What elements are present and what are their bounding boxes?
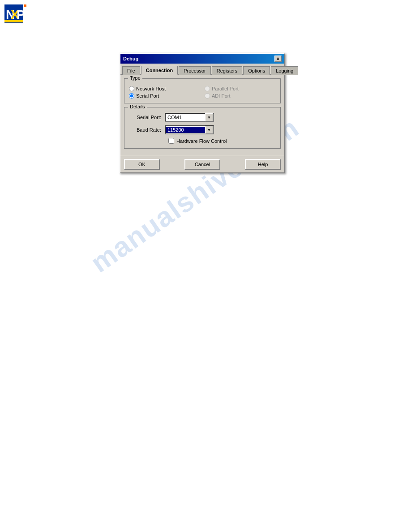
network-host-radio[interactable] (129, 86, 134, 91)
tab-bar: File Connection Processor Registers Opti… (120, 64, 284, 75)
type-group-label: Type (128, 75, 142, 81)
serial-port-radio[interactable] (129, 93, 134, 99)
serial-port-dropdown[interactable]: COM1 ▼ (165, 113, 214, 122)
adi-port-option: ADI Port (205, 93, 276, 99)
nxp-logo: N X P (4, 4, 34, 23)
adi-port-radio (205, 93, 210, 99)
close-button[interactable]: × (274, 56, 282, 62)
network-host-option: Network Host (129, 86, 200, 91)
type-group-box: Type Network Host Parallel Port Serial P… (124, 78, 281, 103)
serial-port-value: COM1 (166, 114, 205, 120)
ok-button[interactable]: OK (124, 159, 160, 170)
svg-text:P: P (17, 8, 25, 21)
baud-rate-value: 115200 (166, 127, 205, 133)
details-group-label: Details (128, 104, 147, 109)
serial-port-field-label: Serial Port: (129, 115, 165, 120)
hw-flow-row: Hardware Flow Control (168, 138, 276, 144)
hw-flow-checkbox[interactable] (168, 138, 174, 144)
button-bar: OK Cancel Help (120, 156, 284, 172)
tab-logging[interactable]: Logging (271, 66, 298, 75)
serial-port-dropdown-btn[interactable]: ▼ (205, 113, 213, 121)
baud-rate-field-label: Baud Rate: (129, 127, 165, 133)
tab-file[interactable]: File (122, 66, 140, 75)
parallel-port-option: Parallel Port (205, 86, 276, 91)
hw-flow-label: Hardware Flow Control (176, 138, 227, 144)
svg-rect-5 (24, 4, 26, 7)
serial-port-option: Serial Port (129, 93, 200, 99)
cancel-button[interactable]: Cancel (184, 159, 220, 170)
tab-processor[interactable]: Processor (179, 66, 211, 75)
tab-options[interactable]: Options (243, 66, 270, 75)
network-host-label: Network Host (136, 86, 166, 91)
parallel-port-label: Parallel Port (212, 86, 239, 91)
details-group-box: Details Serial Port: COM1 ▼ Baud Rate: 1… (124, 107, 281, 149)
tab-registers[interactable]: Registers (212, 66, 242, 75)
serial-port-label: Serial Port (136, 93, 159, 99)
baud-rate-row: Baud Rate: 115200 ▼ (129, 125, 276, 134)
help-button[interactable]: Help (245, 159, 281, 170)
debug-dialog: Debug × File Connection Processor Regist… (120, 53, 285, 173)
tab-connection[interactable]: Connection (141, 66, 178, 75)
adi-port-label: ADI Port (212, 93, 231, 99)
dialog-title-bar: Debug × (120, 54, 284, 64)
baud-rate-dropdown[interactable]: 115200 ▼ (165, 125, 214, 134)
dialog-body: Type Network Host Parallel Port Serial P… (120, 75, 284, 156)
svg-rect-4 (4, 20, 23, 22)
baud-rate-dropdown-btn[interactable]: ▼ (205, 126, 213, 134)
dialog-title: Debug (123, 56, 138, 61)
parallel-port-radio (205, 86, 210, 91)
serial-port-row: Serial Port: COM1 ▼ (129, 113, 276, 122)
nxp-logo-area: N X P (4, 4, 36, 27)
type-options: Network Host Parallel Port Serial Port A… (129, 84, 276, 99)
